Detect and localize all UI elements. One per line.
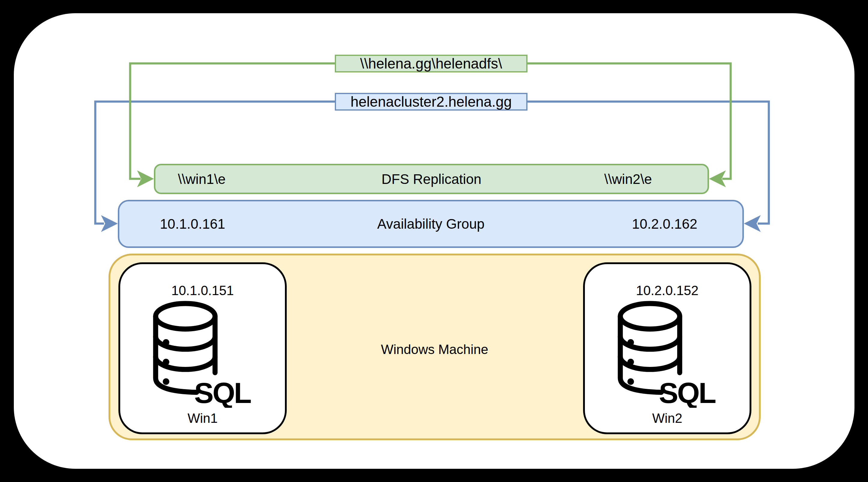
- sql-label: SQL: [659, 377, 716, 408]
- dfs-namespace-label: \\helena.gg\helenadfs\: [360, 57, 502, 71]
- cluster-name-label: helenacluster2.helena.gg: [350, 95, 512, 109]
- sql-database-icon: SQL: [617, 301, 718, 408]
- sql-node-win1: 10.1.0.151 SQL Win1: [118, 262, 287, 434]
- screenshot-root: { "theme": { "canvas-bg": "#000000", "fr…: [0, 0, 868, 482]
- ag-ip-left-label: 10.1.0.161: [160, 217, 225, 231]
- ag-ip-right-label: 10.2.0.162: [632, 217, 697, 231]
- dfs-replication-title: DFS Replication: [381, 172, 481, 186]
- dfs-share-win1-label: \\win1\e: [178, 172, 226, 186]
- win2-ip-label: 10.2.0.152: [585, 283, 750, 299]
- win1-ip-label: 10.1.0.151: [120, 283, 285, 299]
- win1-name-label: Win1: [120, 411, 285, 426]
- sql-node-win2: 10.2.0.152 SQL Win2: [583, 262, 751, 434]
- win2-name-label: Win2: [585, 411, 750, 426]
- availability-group-banner: 10.1.0.161 Availability Group 10.2.0.162: [118, 200, 744, 248]
- sql-label: SQL: [194, 377, 251, 408]
- dfs-share-win2-label: \\win2\e: [604, 172, 652, 186]
- availability-group-title: Availability Group: [377, 217, 485, 231]
- cluster-name-box: helenacluster2.helena.gg: [335, 93, 527, 110]
- sql-database-icon: SQL: [152, 301, 253, 408]
- dfs-replication-banner: \\win1\e DFS Replication \\win2\e: [154, 164, 709, 194]
- dfs-namespace-box: \\helena.gg\helenadfs\: [335, 55, 527, 72]
